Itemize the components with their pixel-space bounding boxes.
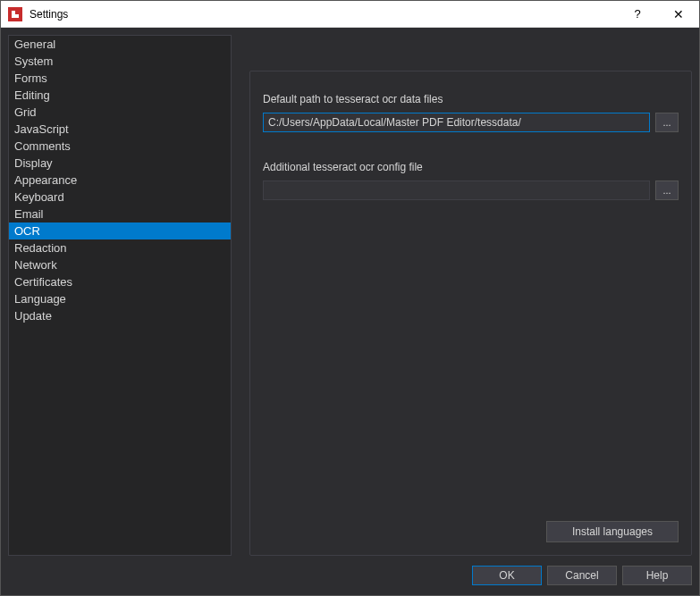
sidebar-item-grid[interactable]: Grid [9,104,231,121]
cancel-button[interactable]: Cancel [547,566,617,585]
config-file-input[interactable] [263,180,650,200]
settings-window: Settings ? ✕ GeneralSystemFormsEditingGr… [0,0,700,596]
tess-path-row: ... [263,113,679,132]
app-icon [8,7,22,21]
main-content: GeneralSystemFormsEditingGridJavaScriptC… [8,35,692,556]
sidebar-item-redaction[interactable]: Redaction [9,239,231,256]
sidebar-item-appearance[interactable]: Appearance [9,172,231,189]
ocr-group: Default path to tesseract ocr data files… [249,71,692,556]
config-file-row: ... [263,180,679,200]
sidebar-item-ocr[interactable]: OCR [9,222,231,239]
sidebar-item-javascript[interactable]: JavaScript [9,121,231,138]
sidebar-item-editing[interactable]: Editing [9,87,231,104]
sidebar-item-forms[interactable]: Forms [9,70,231,87]
sidebar-item-keyboard[interactable]: Keyboard [9,189,231,206]
sidebar-item-display[interactable]: Display [9,155,231,172]
ok-button[interactable]: OK [472,566,542,585]
window-title: Settings [30,8,617,21]
sidebar-item-certificates[interactable]: Certificates [9,273,231,290]
sidebar-item-comments[interactable]: Comments [9,138,231,155]
close-button[interactable]: ✕ [658,1,699,28]
sidebar-item-system[interactable]: System [9,53,231,70]
sidebar-item-network[interactable]: Network [9,256,231,273]
config-file-browse-button[interactable]: ... [655,180,679,200]
tess-path-input[interactable] [263,113,650,132]
help-button-footer[interactable]: Help [622,566,692,585]
install-languages-button[interactable]: Install languages [546,521,679,542]
sidebar: GeneralSystemFormsEditingGridJavaScriptC… [8,35,232,556]
sidebar-item-email[interactable]: Email [9,206,231,222]
help-button[interactable]: ? [617,1,658,28]
sidebar-item-language[interactable]: Language [9,290,231,307]
footer: OK Cancel Help [8,556,692,588]
titlebar: Settings ? ✕ [1,1,699,28]
tess-path-label: Default path to tesseract ocr data files [263,93,679,105]
sidebar-item-general[interactable]: General [9,36,231,53]
body-area: GeneralSystemFormsEditingGridJavaScriptC… [1,28,699,595]
content-panel: Default path to tesseract ocr data files… [249,35,692,556]
sidebar-item-update[interactable]: Update [9,307,231,324]
tess-path-browse-button[interactable]: ... [655,113,679,132]
config-file-label: Additional tesseract ocr config file [263,161,679,173]
